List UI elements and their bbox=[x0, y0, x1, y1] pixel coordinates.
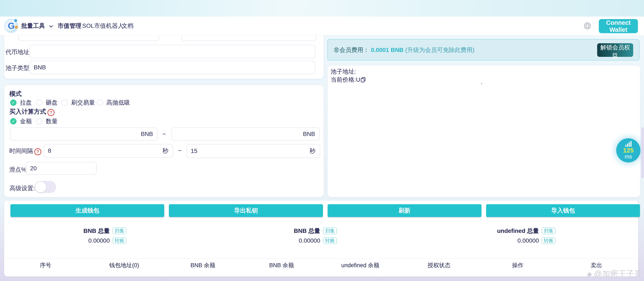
tools-dropdown-label: 批量工具 bbox=[21, 22, 45, 30]
pool-price-text: 当前价格:U bbox=[330, 76, 360, 83]
latency-value: 125 bbox=[623, 147, 634, 154]
radio-checked-icon[interactable] bbox=[10, 118, 16, 125]
fee-note: (升级为会员可免除此费用) bbox=[405, 46, 474, 54]
latency-unit: ms bbox=[625, 154, 632, 159]
interval-max-wrap: 秒 bbox=[186, 144, 320, 158]
total-group-bnb-2: BNB 总量 归集 0.00000 转账 bbox=[252, 227, 337, 244]
calc-option-amount[interactable]: 金额 bbox=[10, 117, 32, 125]
pool-type-label: 池子类型 bbox=[6, 64, 29, 72]
total-value: 0.00000 bbox=[518, 237, 539, 244]
total-label: undefined 总量 bbox=[497, 227, 539, 235]
help-icon[interactable]: ? bbox=[48, 109, 54, 116]
interval-label-text: 时间间隔 bbox=[9, 148, 33, 154]
col-header-auth-status: 授权状态 bbox=[400, 261, 478, 269]
wallet-actions-row: 生成钱包 导出私钥 刷新 导入钱包 bbox=[10, 204, 640, 217]
fee-text: 非会员费用： 0.0001 BNB (升级为会员可免除此费用) bbox=[334, 40, 474, 61]
collect-button[interactable]: 归集 bbox=[323, 227, 337, 234]
fee-label: 非会员费用： bbox=[334, 46, 369, 54]
mode-option-label: 刷交易量 bbox=[71, 99, 95, 107]
logo-letter: G bbox=[8, 22, 15, 30]
mode-option-label: 高抛低吸 bbox=[106, 99, 130, 107]
amount-min-wrap: BNB bbox=[10, 127, 158, 141]
fee-amount: 0.0001 BNB bbox=[371, 47, 404, 54]
mode-option-pump[interactable]: 拉盘 bbox=[10, 99, 32, 107]
radio-unchecked-icon[interactable] bbox=[36, 99, 42, 106]
radio-unchecked-icon[interactable] bbox=[36, 118, 42, 125]
language-globe-icon[interactable] bbox=[584, 22, 591, 31]
total-value: 0.00000 bbox=[88, 237, 110, 244]
watermark-text: @加密王子哥 bbox=[594, 268, 642, 279]
mode-option-volume[interactable]: 刷交易量 bbox=[62, 99, 95, 107]
calc-option-quantity[interactable]: 数量 bbox=[36, 117, 58, 125]
app-root: 代币地址 池子类型 模式 拉盘 砸盘 刷交易量 高抛低吸 买入计算方式? 金额 bbox=[0, 0, 644, 281]
top-strip bbox=[0, 0, 644, 17]
export-private-key-button[interactable]: 导出私钥 bbox=[169, 204, 323, 217]
col-header-sell: 卖出 bbox=[557, 261, 636, 269]
nav-item-docs[interactable]: 文档 bbox=[122, 17, 134, 35]
amount-max-input[interactable] bbox=[172, 127, 320, 141]
generate-wallet-button[interactable]: 生成钱包 bbox=[10, 204, 164, 217]
nav-item-market-cap[interactable]: 市值管理 bbox=[58, 17, 81, 35]
collect-button[interactable]: 归集 bbox=[113, 227, 126, 234]
collect-button[interactable]: 归集 bbox=[542, 227, 556, 234]
mode-option-swing[interactable]: 高抛低吸 bbox=[97, 99, 130, 107]
connect-wallet-button[interactable]: Connect Wallet bbox=[599, 19, 638, 33]
latency-badge[interactable]: 125 ms bbox=[616, 138, 640, 162]
token-address-label: 代币地址 bbox=[6, 48, 29, 56]
scrollbar-thumb[interactable] bbox=[642, 127, 644, 178]
transfer-button[interactable]: 转账 bbox=[323, 237, 337, 244]
radio-checked-icon[interactable] bbox=[10, 99, 16, 106]
amount-min-input[interactable] bbox=[10, 127, 158, 141]
total-label: BNB 总量 bbox=[84, 227, 110, 235]
mode-option-label: 砸盘 bbox=[46, 99, 58, 107]
mode-option-label: 拉盘 bbox=[20, 99, 32, 107]
calc-option-label: 金额 bbox=[20, 117, 32, 125]
help-icon[interactable]: ? bbox=[34, 148, 41, 155]
advanced-settings-toggle[interactable] bbox=[34, 181, 56, 193]
token-address-input[interactable] bbox=[30, 45, 315, 58]
col-header-index: 序号 bbox=[6, 261, 85, 269]
tools-dropdown[interactable]: 批量工具 bbox=[21, 17, 53, 35]
refresh-button[interactable]: 刷新 bbox=[328, 204, 482, 217]
amount-max-wrap: BNB bbox=[172, 127, 320, 141]
advanced-settings-label: 高级设置: bbox=[10, 184, 35, 192]
transfer-button[interactable]: 转账 bbox=[113, 237, 126, 244]
interval-max-input[interactable] bbox=[186, 144, 320, 158]
chevron-down-icon bbox=[49, 23, 53, 29]
col-header-bnb-balance-1: BNB 余额 bbox=[164, 261, 242, 269]
import-wallet-button[interactable]: 导入钱包 bbox=[486, 204, 640, 217]
mode-title: 模式 bbox=[9, 90, 22, 98]
total-group-undefined: undefined 总量 归集 0.00000 转账 bbox=[460, 227, 556, 244]
unlock-membership-button[interactable]: 解锁会员权益 bbox=[597, 43, 633, 57]
interval-min-wrap: 秒 bbox=[44, 144, 173, 158]
interval-min-input[interactable] bbox=[44, 144, 173, 158]
total-group-bnb-1: BNB 总量 归集 0.00000 转账 bbox=[42, 227, 126, 244]
pool-price-line: 当前价格:U bbox=[330, 76, 366, 85]
toggle-knob bbox=[35, 182, 46, 193]
buy-calc-title: 买入计算方式? bbox=[9, 108, 54, 116]
interval-tilde: ~ bbox=[178, 147, 182, 154]
mode-settings-card: 模式 拉盘 砸盘 刷交易量 高抛低吸 买入计算方式? 金额 数量 bbox=[4, 85, 324, 197]
col-header-undefined-balance: undefined 余额 bbox=[321, 261, 400, 269]
pool-type-input[interactable] bbox=[30, 61, 315, 74]
calc-option-label: 数量 bbox=[46, 117, 58, 125]
amount-tilde: ~ bbox=[162, 131, 166, 138]
loading-speck bbox=[481, 83, 482, 84]
fee-banner: 非会员费用： 0.0001 BNB (升级为会员可免除此费用) 解锁会员权益 bbox=[328, 39, 639, 61]
copy-icon[interactable] bbox=[361, 77, 366, 85]
radio-unchecked-icon[interactable] bbox=[97, 99, 103, 106]
radio-unchecked-icon[interactable] bbox=[62, 99, 68, 106]
pool-address-line: 池子地址: bbox=[330, 68, 366, 76]
watermark: ◈ @加密王子哥 bbox=[586, 268, 642, 279]
buy-calc-title-text: 买入计算方式 bbox=[9, 108, 46, 115]
brand-logo-icon[interactable]: G bbox=[4, 19, 18, 33]
slippage-input[interactable] bbox=[26, 162, 97, 175]
logo-dot bbox=[15, 26, 18, 29]
transfer-button[interactable]: 转账 bbox=[542, 237, 556, 244]
col-header-actions: 操作 bbox=[478, 261, 557, 269]
interval-label: 时间间隔? bbox=[9, 147, 41, 155]
mode-option-dump[interactable]: 砸盘 bbox=[36, 99, 58, 107]
pool-info-panel: 池子地址: 当前价格:U bbox=[328, 65, 640, 197]
signal-bars-icon bbox=[625, 141, 632, 147]
nav-item-sol-bot[interactable]: SOL市值机器人 bbox=[82, 17, 124, 35]
